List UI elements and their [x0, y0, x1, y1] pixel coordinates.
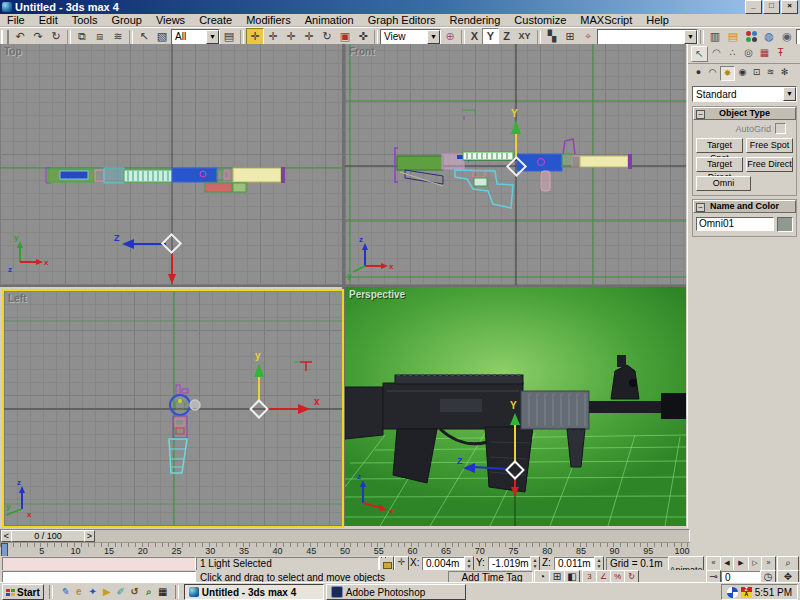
selection-lock-icon[interactable]	[379, 556, 394, 571]
category-cameras-icon[interactable]: ◉	[736, 66, 749, 79]
tray-zonealarm-icon[interactable]: ZA	[741, 587, 752, 598]
quick-render-icon[interactable]: ◉	[778, 28, 796, 45]
restrict-x-button[interactable]: X	[467, 28, 482, 45]
unlink-selection-icon[interactable]: ⧈	[91, 28, 109, 45]
tab-hierarchy-icon[interactable]: ∴	[725, 46, 740, 60]
free-direct-button[interactable]: Free Direct	[746, 157, 793, 172]
autogrid-checkbox[interactable]	[775, 123, 786, 134]
viewport-perspective-label[interactable]: Perspective	[349, 289, 405, 300]
transform-icon-2[interactable]: ✛	[264, 28, 282, 45]
go-to-start-icon[interactable]: «	[706, 556, 721, 571]
time-slider-track[interactable]: < 0 / 100 >	[0, 529, 690, 543]
free-spot-button[interactable]: Free Spot	[746, 138, 793, 153]
undo-icon[interactable]: ↶	[11, 28, 29, 45]
render-scene-icon[interactable]: ◍	[760, 28, 778, 45]
reference-coordsys-dropdown[interactable]: View ▼	[380, 29, 441, 45]
redo-icon[interactable]: ↷	[29, 28, 47, 45]
menu-item[interactable]: Help	[639, 14, 676, 26]
viewport-top[interactable]: Top Z	[0, 44, 342, 285]
viewport-front[interactable]: Front	[345, 44, 686, 285]
select-and-move-icon[interactable]: ✛	[246, 28, 264, 45]
track-view-icon[interactable]: ▥	[706, 28, 724, 45]
menu-item[interactable]: Tools	[65, 14, 105, 26]
task-button-3dsmax[interactable]: Untitled - 3ds max 4	[184, 584, 324, 600]
menu-item[interactable]: Group	[104, 14, 149, 26]
tab-utilities-icon[interactable]: Ŧ	[773, 46, 788, 60]
named-selection-dropdown[interactable]: ▼	[597, 29, 698, 45]
menu-item[interactable]: Views	[149, 14, 192, 26]
menu-item[interactable]: Graph Editors	[361, 14, 443, 26]
next-frame-icon[interactable]: ▷	[748, 556, 762, 571]
select-object-icon[interactable]: ↖	[135, 28, 153, 45]
tab-create-icon[interactable]: ↖	[691, 46, 708, 62]
maxscript-listener-pink[interactable]	[2, 557, 196, 571]
restrict-z-button[interactable]: Z	[499, 28, 514, 45]
menu-item[interactable]: Customize	[507, 14, 573, 26]
transform-icon-4[interactable]: ✛	[300, 28, 318, 45]
tab-display-icon[interactable]: ▦	[757, 46, 772, 60]
previous-frame-icon[interactable]: ◀	[720, 556, 734, 571]
array-icon[interactable]: ⊞	[561, 28, 579, 45]
select-and-rotate-icon[interactable]: ↻	[318, 28, 336, 45]
select-and-scale-icon[interactable]: ▣	[336, 28, 354, 45]
mirror-icon[interactable]: ▚	[543, 28, 561, 45]
menu-item[interactable]: Rendering	[443, 14, 508, 26]
light-type-dropdown[interactable]: Standard ▼	[692, 86, 797, 102]
z-spinner[interactable]: ▲▼	[594, 556, 604, 571]
menu-item[interactable]: Animation	[298, 14, 361, 26]
menu-item[interactable]: File	[0, 14, 32, 26]
selection-region-icon[interactable]: ▧	[153, 28, 171, 45]
zoom-icon[interactable]: ⌕	[777, 556, 799, 571]
toolbar-drag-handle[interactable]	[1, 30, 9, 44]
restrict-y-button[interactable]: Y	[482, 28, 499, 45]
selection-filter-dropdown[interactable]: All ▼	[171, 29, 220, 45]
quicklaunch-app-icon[interactable]: ⌕	[142, 585, 156, 599]
viewport-front-label[interactable]: Front	[349, 46, 375, 57]
viewport-top-label[interactable]: Top	[4, 46, 22, 57]
quicklaunch-app-icon[interactable]: ▦	[156, 585, 170, 599]
tab-modify-icon[interactable]: ◠	[709, 46, 724, 60]
y-coordinate-field[interactable]: -1.019m	[488, 557, 533, 571]
restrict-plane-button[interactable]: XY	[514, 28, 535, 45]
object-name-input[interactable]: Omni01	[696, 217, 774, 231]
play-animation-icon[interactable]: ▶	[733, 556, 749, 571]
y-spinner[interactable]: ▲▼	[530, 556, 540, 571]
align-icon[interactable]: ⌖	[579, 28, 597, 45]
select-and-link-icon[interactable]: ⧉	[73, 28, 91, 45]
menu-item[interactable]: Modifiers	[239, 14, 298, 26]
quicklaunch-app-icon[interactable]: ↺	[128, 585, 142, 599]
menu-item[interactable]: MAXScript	[573, 14, 639, 26]
frame-forward-button[interactable]: >	[84, 530, 95, 542]
close-button[interactable]: ×	[781, 0, 798, 14]
menu-item[interactable]: Edit	[32, 14, 65, 26]
material-editor-icon[interactable]	[742, 28, 760, 45]
bind-to-spacewarp-icon[interactable]: ≋	[109, 28, 127, 45]
time-slider-handle[interactable]: 0 / 100	[11, 530, 85, 542]
name-color-rollout-header[interactable]: – Name and Color	[693, 200, 796, 213]
x-spinner[interactable]: ▲▼	[464, 556, 474, 571]
minimize-button[interactable]: _	[745, 0, 762, 14]
category-lights-icon[interactable]: ✸	[720, 66, 735, 81]
menu-item[interactable]: Create	[192, 14, 239, 26]
schematic-view-icon[interactable]: ▤	[724, 28, 742, 45]
select-by-name-icon[interactable]: ▤	[220, 28, 238, 45]
viewport-left-label[interactable]: Left	[8, 293, 26, 304]
go-to-end-icon[interactable]: »	[761, 556, 776, 571]
select-and-manipulate-icon[interactable]: ✜	[354, 28, 372, 45]
quicklaunch-app-icon[interactable]: ▶	[100, 585, 114, 599]
object-type-rollout-header[interactable]: – Object Type	[693, 107, 796, 120]
object-color-swatch[interactable]	[777, 217, 793, 232]
x-coordinate-field[interactable]: 0.004m	[422, 557, 467, 571]
timeline-cursor[interactable]	[1, 543, 8, 557]
category-geometry-icon[interactable]: ●	[692, 66, 705, 79]
start-button[interactable]: Start	[2, 584, 44, 600]
omni-button[interactable]: Omni	[696, 176, 751, 191]
viewport-perspective[interactable]: Perspective	[345, 287, 686, 526]
quicklaunch-app-icon[interactable]: ✎	[58, 585, 72, 599]
hold-icon[interactable]: ↻	[47, 28, 65, 45]
category-shapes-icon[interactable]: ◠	[706, 66, 719, 79]
quicklaunch-app-icon[interactable]: ✦	[86, 585, 100, 599]
quicklaunch-app-icon[interactable]: ✐	[114, 585, 128, 599]
viewport-left-active[interactable]: Left y x	[2, 289, 344, 528]
transform-icon-3[interactable]: ✛	[282, 28, 300, 45]
